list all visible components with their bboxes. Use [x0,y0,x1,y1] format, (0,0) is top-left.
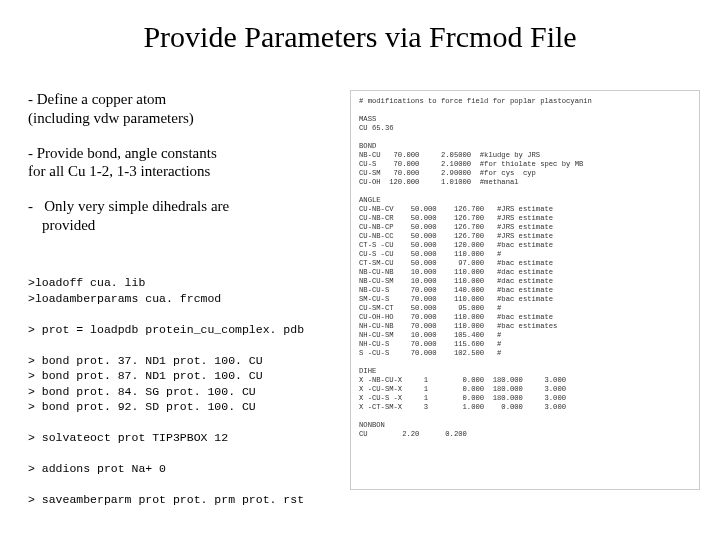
bullet-2-line2: for all Cu 1-2, 1-3 interactions [28,162,328,181]
bullet-3-line2: provided [42,216,328,235]
bullet-1-line1: - Define a copper atom [28,90,328,109]
bullet-1-line2: (including vdw parameters) [28,109,328,128]
bullet-list: - Define a copper atom (including vdw pa… [28,90,328,251]
slide-title: Provide Parameters via Frcmod File [0,20,720,54]
slide: Provide Parameters via Frcmod File - Def… [0,0,720,540]
frcmod-file-panel: # modifications to force field for popla… [350,90,700,490]
bullet-1: - Define a copper atom (including vdw pa… [28,90,328,128]
command-code-block: >loadoff cua. lib >loadamberparams cua. … [28,275,358,508]
bullet-3: - Only very simple dihedrals are provide… [28,197,328,235]
bullet-2-line1: - Provide bond, angle constants [28,144,328,163]
bullet-2: - Provide bond, angle constants for all … [28,144,328,182]
bullet-3-line1: - Only very simple dihedrals are [28,197,328,216]
